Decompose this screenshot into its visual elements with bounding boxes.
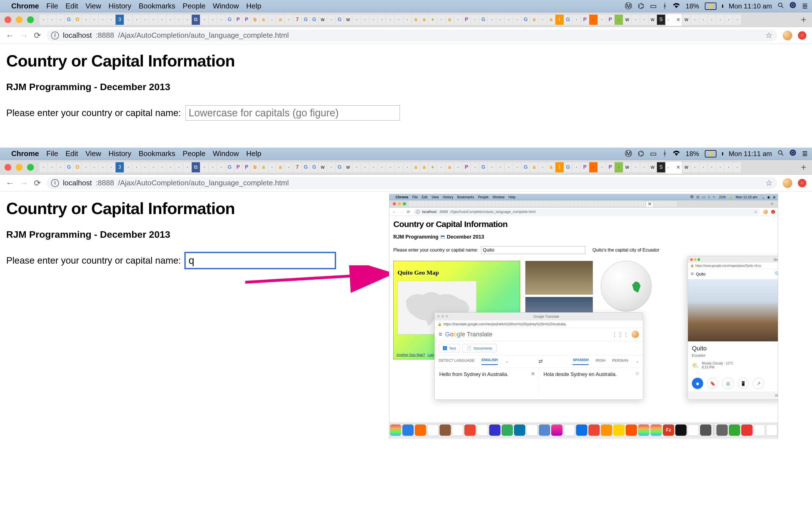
pinned-tab[interactable]: · — [582, 202, 587, 207]
pinned-tab[interactable]: · — [622, 202, 626, 207]
pinned-tab[interactable]: ✦ — [428, 162, 437, 172]
pinned-tab[interactable]: · — [496, 15, 505, 25]
gmaps-send-button[interactable]: 📱 — [738, 378, 749, 389]
extension-icon[interactable]: ○ — [798, 31, 806, 40]
gt-lang-persian[interactable]: PERSIAN — [612, 358, 628, 365]
pinned-tab[interactable]: · — [551, 202, 555, 207]
tray-notification-center-icon[interactable]: ≣ — [773, 195, 776, 199]
pinned-tab[interactable]: · — [658, 202, 661, 207]
pinned-tab[interactable]: G — [336, 15, 344, 25]
dock-app-icon[interactable] — [651, 425, 662, 436]
pinned-tab[interactable]: · — [500, 202, 504, 207]
menubar-app-name[interactable]: Chrome — [11, 2, 39, 10]
nav-forward-button[interactable]: → — [400, 210, 403, 214]
pinned-tab[interactable]: w — [649, 15, 657, 25]
pinned-tab[interactable]: · — [352, 162, 361, 172]
pinned-tab[interactable]: G — [336, 162, 344, 172]
tray-notification-center-icon[interactable]: ≣ — [802, 2, 808, 10]
pinned-tab[interactable]: · — [488, 202, 492, 207]
extension-icon[interactable]: ○ — [771, 210, 775, 214]
google-avatar[interactable] — [631, 331, 639, 338]
pinned-tab[interactable]: · — [733, 162, 742, 172]
pinned-tab[interactable]: · — [268, 15, 276, 25]
chevron-down-icon[interactable]: ⌄ — [636, 359, 639, 363]
pinned-tab[interactable]: · — [691, 15, 699, 25]
pinned-tab[interactable]: · — [166, 162, 175, 172]
pinned-tab[interactable]: · — [708, 162, 716, 172]
pinned-tab[interactable]: · — [571, 202, 574, 207]
pinned-tab[interactable]: · — [200, 15, 209, 25]
pinned-tab[interactable]: G — [302, 15, 310, 25]
dock-app-icon[interactable] — [402, 425, 414, 436]
gt-lang-spanish[interactable]: SPANISH — [573, 358, 589, 365]
pinned-tab[interactable]: · — [587, 202, 591, 207]
gmaps-url-bar[interactable]: 🔒 https://www.google.com/maps/place/Quit… — [688, 263, 778, 269]
pinned-tab[interactable]: G — [479, 162, 488, 172]
pinned-tab[interactable]: · — [403, 15, 412, 25]
pinned-tab[interactable]: a — [547, 15, 555, 25]
pinned-tab[interactable]: w — [682, 15, 691, 25]
dock-app-icon[interactable] — [729, 425, 740, 436]
pinned-tab[interactable]: · — [661, 202, 665, 207]
menu-file[interactable]: File — [412, 195, 417, 199]
pinned-tab[interactable]: · — [454, 15, 462, 25]
pinned-tab[interactable]: · — [505, 162, 513, 172]
pinned-tab[interactable]: G — [522, 15, 530, 25]
pinned-tab[interactable]: · — [158, 162, 166, 172]
menu-window[interactable]: Window — [213, 149, 239, 158]
tray-malware-icon[interactable]: Ⓜ — [625, 149, 632, 159]
pinned-tab[interactable]: w — [319, 15, 327, 25]
menu-history[interactable]: History — [109, 149, 132, 158]
pinned-tab[interactable]: · — [200, 162, 209, 172]
pinned-tab[interactable]: · — [594, 202, 598, 207]
dock-app-icon[interactable] — [551, 425, 562, 436]
pinned-tab[interactable]: w — [623, 15, 631, 25]
nav-reload-button[interactable]: ⟳ — [34, 31, 41, 40]
pinned-tab[interactable]: · — [175, 15, 183, 25]
tray-siri-icon[interactable] — [790, 2, 796, 10]
pinned-tab[interactable]: S — [657, 162, 665, 172]
pinned-tab[interactable]: · — [183, 15, 192, 25]
dock-app-icon[interactable] — [589, 425, 600, 436]
tray-app-icon[interactable]: ⌬ — [638, 149, 644, 158]
pinned-tab[interactable]: ⧉ — [192, 15, 200, 25]
pinned-tab[interactable]: · — [598, 162, 606, 172]
tray-malware-icon[interactable]: Ⓜ — [625, 1, 632, 11]
menu-edit[interactable]: Edit — [422, 195, 428, 199]
pinned-tab[interactable]: · — [614, 202, 618, 207]
tray-wifi-icon[interactable] — [673, 149, 680, 158]
pinned-tab[interactable]: · — [539, 162, 547, 172]
pinned-tab[interactable]: · — [699, 162, 708, 172]
pinned-tab[interactable]: · — [107, 162, 116, 172]
save-translation-icon[interactable]: ☆ — [635, 371, 640, 377]
pinned-tab[interactable]: · — [395, 15, 403, 25]
pinned-tab[interactable]: G — [310, 162, 319, 172]
pinned-tab[interactable]: · — [361, 162, 369, 172]
nav-back-button[interactable]: ← — [392, 210, 396, 214]
pinned-tab[interactable]: · — [591, 202, 594, 207]
pinned-tab[interactable]: · — [352, 15, 361, 25]
menu-help[interactable]: Help — [246, 2, 261, 10]
dock-app-icon[interactable] — [440, 425, 451, 436]
pinned-tab[interactable]: · — [82, 162, 90, 172]
pinned-tab[interactable]: · — [403, 162, 412, 172]
pinned-tab[interactable]: · — [519, 202, 523, 207]
tray-display-icon[interactable]: ▭ — [650, 2, 657, 10]
pinned-tab[interactable]: · — [456, 202, 460, 207]
pinned-tab[interactable]: · — [642, 202, 646, 207]
nav-reload-button[interactable]: ⟳ — [407, 210, 410, 214]
pinned-tab[interactable]: · — [209, 15, 217, 25]
dock-app-icon[interactable] — [576, 425, 587, 436]
menu-people[interactable]: People — [183, 149, 206, 158]
pinned-tab[interactable]: · — [464, 202, 468, 207]
nav-reload-button[interactable]: ⟳ — [34, 178, 41, 188]
pinned-tab[interactable]: w — [682, 162, 691, 172]
pinned-tab[interactable]: · — [99, 162, 107, 172]
pinned-tab[interactable]: · — [141, 15, 149, 25]
pinned-tab[interactable]: · — [615, 162, 623, 172]
pinned-tab[interactable]: I — [555, 162, 564, 172]
pinned-tab[interactable]: · — [476, 202, 480, 207]
pinned-tab[interactable]: 7 — [293, 162, 302, 172]
pinned-tab[interactable]: · — [547, 202, 551, 207]
pinned-tab[interactable]: · — [606, 202, 610, 207]
